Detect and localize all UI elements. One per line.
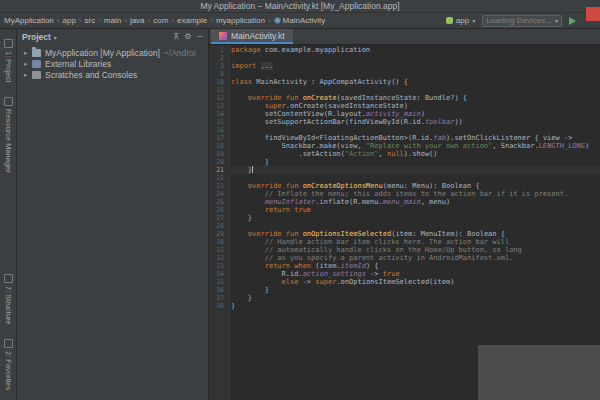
tree-item-myapplication-my-application[interactable]: ▸MyApplication [My Application]~/Androi xyxy=(17,47,208,58)
code-line-3[interactable]: 3import ... xyxy=(209,62,600,70)
code-line-13[interactable]: 13 super.onCreate(savedInstanceState) xyxy=(209,102,600,110)
line-number[interactable]: 13 xyxy=(209,102,229,110)
line-number[interactable]: 22 xyxy=(209,174,229,182)
line-number[interactable]: 3 xyxy=(209,62,229,70)
project-view-selector[interactable]: Project ▾ xyxy=(22,32,57,42)
breadcrumb-item-app[interactable]: app xyxy=(62,16,75,25)
code-line-30[interactable]: 30 // Handle action bar item clicks here… xyxy=(209,238,600,246)
chevron-right-icon[interactable]: ▸ xyxy=(24,60,32,68)
code-line-38[interactable]: 38} xyxy=(209,302,600,310)
code-line-1[interactable]: 1package com.example.myapplication xyxy=(209,46,600,54)
code-line-35[interactable]: 35 else -> super.onOptionsItemSelected(i… xyxy=(209,278,600,286)
gear-icon[interactable]: ⚙ xyxy=(184,33,191,41)
breadcrumb-item-mainactivity[interactable]: MainActivity xyxy=(274,16,326,25)
line-number[interactable]: 26 xyxy=(209,206,229,214)
code-line-31[interactable]: 31 // automatically handle clicks on the… xyxy=(209,246,600,254)
code-line-10[interactable]: 10class MainActivity : AppCompatActivity… xyxy=(209,78,600,86)
line-number[interactable]: 18 xyxy=(209,142,229,150)
breadcrumb-item-com[interactable]: com xyxy=(153,16,168,25)
code-line-17[interactable]: 17 findViewById<FloatingActionButton>(R.… xyxy=(209,134,600,142)
code-line-19[interactable]: 19 .setAction("Action", null).show() xyxy=(209,150,600,158)
tool-stripe-resource-manager[interactable]: Resource Manager xyxy=(4,97,13,173)
code-text: } xyxy=(229,214,252,222)
line-number[interactable]: 33 xyxy=(209,262,229,270)
code-line-16[interactable]: 16 xyxy=(209,126,600,134)
line-number[interactable]: 20 xyxy=(209,158,229,166)
code-line-18[interactable]: 18 Snackbar.make(view, "Replace with you… xyxy=(209,142,600,150)
code-line-23[interactable]: 23 override fun onCreateOptionsMenu(menu… xyxy=(209,182,600,190)
line-number[interactable]: 15 xyxy=(209,118,229,126)
line-number[interactable]: 2 xyxy=(209,54,229,62)
line-number[interactable]: 31 xyxy=(209,246,229,254)
tool-stripe-2-favorites[interactable]: 2: Favorites xyxy=(4,339,13,390)
code-line-26[interactable]: 26 return true xyxy=(209,206,600,214)
line-number[interactable]: 28 xyxy=(209,222,229,230)
code-token: (item. xyxy=(311,262,341,270)
code-line-15[interactable]: 15 setSupportActionBar(findViewById(R.id… xyxy=(209,118,600,126)
line-number[interactable]: 27 xyxy=(209,214,229,222)
run-config-selector[interactable]: app ▾ xyxy=(446,16,475,25)
code-line-28[interactable]: 28 xyxy=(209,222,600,230)
line-number[interactable]: 25 xyxy=(209,198,229,206)
line-number[interactable]: 1 xyxy=(209,46,229,54)
device-selector[interactable]: Loading Devices... ▾ xyxy=(482,15,562,27)
line-number[interactable]: 14 xyxy=(209,110,229,118)
stop-button[interactable] xyxy=(586,7,600,21)
code-line-9[interactable]: 9 xyxy=(209,70,600,78)
line-number[interactable]: 16 xyxy=(209,126,229,134)
line-number[interactable]: 32 xyxy=(209,254,229,262)
tool-stripe-1-project[interactable]: 1: Project xyxy=(4,39,13,83)
collapse-all-icon[interactable]: ⊼ xyxy=(173,33,179,41)
line-number[interactable]: 35 xyxy=(209,278,229,286)
code-line-25[interactable]: 25 menuInflater.inflate(R.menu.menu_main… xyxy=(209,198,600,206)
code-line-22[interactable]: 22 xyxy=(209,174,600,182)
chevron-right-icon[interactable]: ▸ xyxy=(24,71,32,79)
code-line-21[interactable]: 21 } xyxy=(209,166,600,174)
code-line-27[interactable]: 27 } xyxy=(209,214,600,222)
line-number[interactable]: 34 xyxy=(209,270,229,278)
code-line-2[interactable]: 2 xyxy=(209,54,600,62)
breadcrumb-item-main[interactable]: main xyxy=(104,16,121,25)
line-number[interactable]: 30 xyxy=(209,238,229,246)
code-line-32[interactable]: 32 // as you specify a parent activity i… xyxy=(209,254,600,262)
breadcrumb-item-myapplication[interactable]: MyApplication xyxy=(4,16,54,25)
code-line-33[interactable]: 33 return when (item.itemId) { xyxy=(209,262,600,270)
code-line-11[interactable]: 11 xyxy=(209,86,600,94)
code-line-29[interactable]: 29 override fun onOptionsItemSelected(it… xyxy=(209,230,600,238)
code-token: onOptionsItemSelected xyxy=(303,230,392,238)
code-line-20[interactable]: 20 } xyxy=(209,158,600,166)
line-number[interactable]: 17 xyxy=(209,134,229,142)
code-token: (savedInstanceState: Bundle?) { xyxy=(336,94,467,102)
line-number[interactable]: 23 xyxy=(209,182,229,190)
line-number[interactable]: 9 xyxy=(209,70,229,78)
breadcrumb-item-example[interactable]: example xyxy=(177,16,207,25)
breadcrumb-item-myapplication[interactable]: myapplication xyxy=(216,16,265,25)
line-number[interactable]: 36 xyxy=(209,286,229,294)
code-line-34[interactable]: 34 R.id.action_settings -> true xyxy=(209,270,600,278)
line-number[interactable]: 19 xyxy=(209,150,229,158)
line-number[interactable]: 11 xyxy=(209,86,229,94)
code-line-12[interactable]: 12 override fun onCreate(savedInstanceSt… xyxy=(209,94,600,102)
line-number[interactable]: 12 xyxy=(209,94,229,102)
line-number[interactable]: 21 xyxy=(209,166,229,174)
run-button[interactable] xyxy=(569,17,576,25)
line-number[interactable]: 37 xyxy=(209,294,229,302)
code-line-14[interactable]: 14 setContentView(R.layout.activity_main… xyxy=(209,110,600,118)
code-line-37[interactable]: 37 } xyxy=(209,294,600,302)
tree-item-external-libraries[interactable]: ▸External Libraries xyxy=(17,58,208,69)
breadcrumb-item-label: app xyxy=(62,16,75,25)
line-number[interactable]: 24 xyxy=(209,190,229,198)
breadcrumb-item-java[interactable]: java xyxy=(130,16,145,25)
line-number[interactable]: 10 xyxy=(209,78,229,86)
tree-item-scratches-and-consoles[interactable]: ▸Scratches and Consoles xyxy=(17,69,208,80)
line-number[interactable]: 29 xyxy=(209,230,229,238)
hide-panel-icon[interactable]: − xyxy=(196,33,203,41)
tab-mainactivity-kt[interactable]: MainActivity.kt xyxy=(211,29,293,44)
chevron-right-icon[interactable]: ▸ xyxy=(24,49,32,57)
line-number[interactable]: 38 xyxy=(209,302,229,310)
code-text: // Inflate the menu; this adds items to … xyxy=(229,190,568,198)
code-line-36[interactable]: 36 } xyxy=(209,286,600,294)
tool-stripe-7-structure[interactable]: 7: Structure xyxy=(4,274,13,325)
code-line-24[interactable]: 24 // Inflate the menu; this adds items … xyxy=(209,190,600,198)
breadcrumb-item-src[interactable]: src xyxy=(85,16,96,25)
